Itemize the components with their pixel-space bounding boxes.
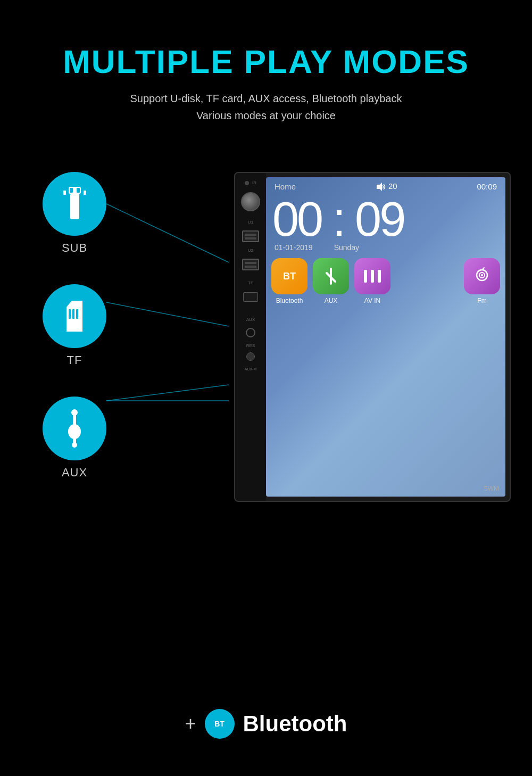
u1-label: U1 <box>248 220 253 225</box>
svg-rect-21 <box>364 270 367 283</box>
volume-knob[interactable] <box>241 192 260 211</box>
bt-app-text: BT <box>283 271 296 282</box>
svg-rect-9 <box>70 194 79 219</box>
aux-app-label: AUX <box>325 297 338 304</box>
day-display: Sunday <box>334 243 359 252</box>
screen-volume: 20 <box>376 181 397 191</box>
tf-slot-label: TF <box>248 280 253 285</box>
aux-port-label: AUX <box>246 317 255 322</box>
svg-rect-22 <box>371 270 374 283</box>
svg-rect-6 <box>84 191 86 195</box>
svg-rect-10 <box>69 309 71 319</box>
aux-port <box>246 328 255 337</box>
date-display: 01-01-2019 <box>275 243 313 252</box>
usb-port-1 <box>242 230 259 242</box>
svg-rect-23 <box>378 270 381 283</box>
avin-app-label: AV IN <box>364 297 380 304</box>
aux-icon-circle <box>43 397 106 460</box>
tf-icon-item: TF <box>43 284 106 367</box>
device-screen: Home 20 00:09 00 : 09 <box>266 177 505 497</box>
device-container: IR U1 U2 TF AUX <box>218 156 516 518</box>
fm-app-svg <box>472 267 492 286</box>
bluetooth-label: Bluetooth <box>243 711 347 737</box>
clock-area: 00 : 09 <box>266 195 505 243</box>
subtitle-line2: Various modes at your choice <box>196 110 336 121</box>
res-button[interactable] <box>246 352 255 361</box>
svg-line-2 <box>106 385 229 401</box>
icon-group: SUB TF <box>43 172 106 480</box>
bt-app-label: Bluetooth <box>276 297 303 304</box>
screen-time: 00:09 <box>477 182 497 191</box>
tf-icon-circle <box>43 284 106 348</box>
usb-port-1-inner2 <box>245 237 256 240</box>
fm-app-label: Fm <box>477 297 486 304</box>
bt-badge: BT <box>205 709 235 739</box>
main-title: MULTIPLE PLAY MODES <box>0 43 532 80</box>
svg-line-1 <box>106 302 229 326</box>
svg-marker-18 <box>377 183 382 191</box>
svg-rect-11 <box>72 309 74 319</box>
svg-point-26 <box>481 274 483 276</box>
bt-app[interactable]: BT Bluetooth <box>271 258 307 304</box>
avin-app-icon <box>354 258 390 294</box>
bluetooth-section: + BT Bluetooth <box>0 709 532 739</box>
usb-port-1-inner <box>245 234 256 236</box>
fm-app[interactable]: Fm <box>464 258 500 304</box>
swm-label: SWM <box>484 485 499 492</box>
device-outer: IR U1 U2 TF AUX <box>234 172 511 502</box>
subtitle: Support U-disk, TF card, AUX access, Blu… <box>0 90 532 124</box>
header-section: MULTIPLE PLAY MODES Support U-disk, TF c… <box>0 0 532 145</box>
usb-port-2-inner <box>245 262 256 264</box>
svg-point-17 <box>72 442 77 448</box>
aux-icon-item: AUX <box>43 397 106 480</box>
screen-home-label: Home <box>275 182 296 191</box>
svg-rect-7 <box>70 188 73 193</box>
usb-port-2 <box>242 259 259 270</box>
subtitle-line1: Support U-disk, TF card, AUX access, Blu… <box>130 93 402 104</box>
clock-display: 00 : 09 <box>272 195 404 243</box>
tf-slot <box>243 292 258 302</box>
svg-rect-8 <box>77 188 80 193</box>
plus-sign: + <box>185 713 196 735</box>
usb-port-2-inner2 <box>245 266 256 268</box>
aux-m-label: AUX-M <box>245 367 257 371</box>
u2-label: U2 <box>248 248 253 253</box>
device-left-panel: IR U1 U2 TF AUX <box>235 173 266 501</box>
svg-rect-5 <box>63 191 66 195</box>
sd-icon <box>61 301 88 332</box>
fm-app-icon <box>464 258 500 294</box>
svg-point-15 <box>68 424 81 439</box>
bt-app-icon: BT <box>271 258 307 294</box>
ir-label: IR <box>252 180 256 185</box>
screen-apps: BT Bluetooth AUX <box>266 252 505 311</box>
aux-label: AUX <box>62 466 87 480</box>
sub-icon-item: SUB <box>43 172 106 255</box>
svg-line-0 <box>106 204 229 262</box>
aux-app-icon <box>313 258 349 294</box>
aux-jack-icon <box>64 409 85 448</box>
content-section: SUB TF <box>0 156 532 529</box>
sub-label: SUB <box>62 241 87 255</box>
sub-icon-circle <box>43 172 106 236</box>
usb-icon <box>60 187 89 221</box>
tf-label: TF <box>67 353 82 367</box>
svg-rect-12 <box>76 309 78 319</box>
avin-app[interactable]: AV IN <box>354 258 390 304</box>
aux-app-svg <box>321 267 340 286</box>
bt-badge-text: BT <box>214 720 225 728</box>
res-label: RES <box>246 343 255 348</box>
avin-app-svg <box>362 267 383 286</box>
volume-icon <box>376 183 386 191</box>
svg-point-13 <box>71 409 78 416</box>
aux-app[interactable]: AUX <box>313 258 349 304</box>
ir-dot <box>245 181 249 185</box>
